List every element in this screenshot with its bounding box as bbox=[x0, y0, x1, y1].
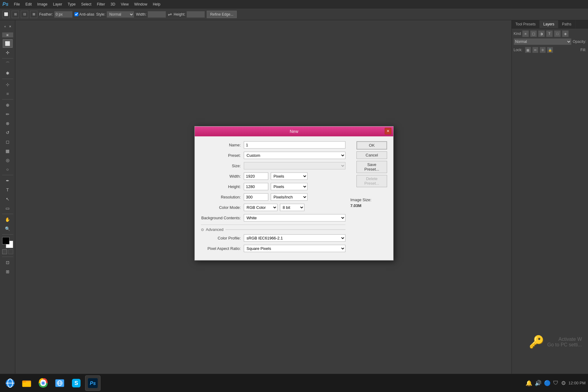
color-mode-select[interactable]: RGB Color CMYK Color Grayscale bbox=[244, 204, 277, 211]
width-unit-select[interactable]: Pixels Inches Centimeters bbox=[271, 172, 307, 180]
height-input[interactable] bbox=[187, 11, 205, 18]
width-value-input[interactable] bbox=[244, 172, 268, 180]
lock-all-icon[interactable]: 🔒 bbox=[547, 47, 553, 53]
hand-tool-button[interactable]: ✋ bbox=[3, 215, 13, 224]
tab-paths[interactable]: Paths bbox=[558, 20, 575, 28]
bg-contents-select[interactable]: White Background Color Transparent bbox=[244, 214, 345, 221]
menu-3d[interactable]: 3D bbox=[108, 2, 118, 7]
color-swatches[interactable] bbox=[2, 237, 13, 248]
lock-transparent-icon[interactable]: ▦ bbox=[525, 47, 531, 53]
save-preset-button[interactable]: Save Preset... bbox=[356, 161, 387, 173]
path-select-button[interactable]: ↖ bbox=[3, 195, 13, 203]
clone-stamp-button[interactable]: ⊗ bbox=[3, 119, 13, 128]
menu-type[interactable]: Type bbox=[65, 2, 78, 7]
panel-collapse-icon[interactable]: « bbox=[3, 22, 7, 31]
height-unit-select[interactable]: Pixels Inches Centimeters bbox=[271, 183, 307, 190]
taskbar-ie[interactable] bbox=[2, 375, 18, 391]
standard-mode-icon[interactable] bbox=[2, 249, 7, 254]
gradient-button[interactable]: ▦ bbox=[3, 147, 13, 155]
swap-icon[interactable]: ⇌ bbox=[168, 11, 172, 17]
resolution-input[interactable] bbox=[244, 193, 268, 201]
brush-tool-button[interactable]: ✏ bbox=[3, 110, 13, 119]
marquee-tool-button[interactable]: ⬜ bbox=[3, 39, 13, 48]
bit-depth-select[interactable]: 8 bit 16 bit 32 bit bbox=[280, 204, 304, 211]
color-profile-select[interactable]: sRGB IEC61966-2.1 Adobe RGB (1998) ProPh… bbox=[244, 234, 345, 242]
zoom-tool-button[interactable]: 🔍 bbox=[3, 224, 13, 233]
history-brush-button[interactable]: ↺ bbox=[3, 128, 13, 137]
shape-tool-button[interactable]: ▭ bbox=[3, 204, 13, 213]
heal-brush-button[interactable]: ⊕ bbox=[3, 101, 13, 109]
pen-tool-button[interactable]: ✒ bbox=[3, 176, 13, 185]
foreground-color-swatch[interactable] bbox=[2, 237, 9, 244]
kind-pixel-icon[interactable]: ▢ bbox=[530, 30, 537, 37]
lock-paint-icon[interactable]: ✏ bbox=[532, 47, 538, 53]
pixel-ratio-select[interactable]: Square Pixels D1/DV NTSC (0.91) D1/DV PA… bbox=[244, 245, 345, 252]
dialog-close-button[interactable]: ✕ bbox=[385, 128, 391, 134]
resolution-unit-select[interactable]: Pixels/Inch Pixels/Centimeter bbox=[271, 193, 307, 201]
blend-mode-select[interactable]: Normal Dissolve Multiply Screen bbox=[514, 38, 571, 45]
text-tool-button[interactable]: T bbox=[3, 186, 13, 194]
menu-select[interactable]: Select bbox=[79, 2, 94, 7]
speaker-icon[interactable]: 🔊 bbox=[535, 380, 541, 386]
taskbar-photoshop[interactable]: Ps bbox=[85, 375, 100, 391]
notification-icon[interactable]: 🔔 bbox=[526, 380, 532, 386]
magic-wand-button[interactable]: ✱ bbox=[3, 69, 13, 77]
menu-filter[interactable]: Filter bbox=[94, 2, 107, 7]
height-value-input[interactable] bbox=[244, 183, 268, 190]
app-logo: Ps bbox=[2, 2, 9, 7]
kind-shape-icon[interactable]: □ bbox=[554, 30, 561, 37]
menu-image[interactable]: Image bbox=[35, 2, 50, 7]
kind-adjust-icon[interactable]: ◑ bbox=[538, 30, 545, 37]
refine-edge-button[interactable]: Refine Edge... bbox=[207, 11, 237, 18]
eyedropper-button[interactable]: ⌗ bbox=[3, 89, 13, 98]
screen-mode-button[interactable]: ⊡ bbox=[3, 258, 13, 267]
system-icon[interactable]: ⚙ bbox=[561, 380, 566, 386]
kind-type-icon[interactable]: T bbox=[546, 30, 553, 37]
lasso-tool-button[interactable]: ⌒ bbox=[3, 60, 13, 68]
kind-smart-icon[interactable]: ◈ bbox=[562, 30, 569, 37]
ok-button[interactable]: OK bbox=[356, 141, 387, 149]
feather-input[interactable] bbox=[54, 11, 73, 18]
preset-select[interactable]: Custom Default Photoshop Size US Paper I… bbox=[244, 152, 345, 159]
size-select[interactable] bbox=[244, 162, 345, 169]
name-input[interactable] bbox=[244, 141, 345, 149]
antialias-checkbox[interactable] bbox=[74, 12, 78, 16]
marquee-tool-icon[interactable]: ⬜ bbox=[2, 11, 10, 18]
lock-move-icon[interactable]: ✢ bbox=[540, 47, 546, 53]
cancel-button[interactable]: Cancel bbox=[356, 151, 387, 159]
taskbar-skype[interactable]: S bbox=[69, 375, 84, 391]
menu-window[interactable]: Window bbox=[132, 2, 150, 7]
taskbar-globe[interactable] bbox=[52, 375, 67, 391]
menu-view[interactable]: View bbox=[118, 2, 131, 7]
advanced-toggle-header[interactable]: ⊙ Advanced bbox=[201, 227, 345, 232]
lock-label: Lock: bbox=[514, 48, 522, 52]
menu-edit[interactable]: Edit bbox=[23, 2, 34, 7]
crop-tool-button[interactable]: ⊹ bbox=[3, 80, 13, 89]
tab-layers[interactable]: Layers bbox=[540, 20, 558, 28]
kind-filter-icon[interactable]: ≡ bbox=[522, 30, 529, 37]
dodge-button[interactable]: ○ bbox=[3, 165, 13, 174]
style-select[interactable]: Normal Fixed Ratio Fixed Size bbox=[107, 11, 134, 18]
width-input[interactable] bbox=[148, 11, 166, 18]
intersect-selection-icon[interactable]: ⊠ bbox=[30, 11, 37, 18]
menu-layer[interactable]: Layer bbox=[51, 2, 65, 7]
add-to-selection-icon[interactable]: ⊞ bbox=[12, 11, 19, 18]
subtract-selection-icon[interactable]: ⊟ bbox=[21, 11, 28, 18]
move-tool-button[interactable]: ✢ bbox=[3, 48, 13, 57]
color-profile-row: Color Profile: sRGB IEC61966-2.1 Adobe R… bbox=[201, 234, 345, 242]
quick-mask-icon[interactable] bbox=[8, 249, 13, 254]
tab-tool-presets[interactable]: Tool Presets bbox=[512, 20, 540, 28]
taskbar-chrome[interactable] bbox=[36, 375, 51, 391]
taskbar-file-explorer[interactable] bbox=[19, 375, 34, 391]
change-screen-button[interactable]: ⊞ bbox=[3, 267, 13, 276]
color-mode-inputs: RGB Color CMYK Color Grayscale 8 bit 16 … bbox=[244, 204, 345, 211]
bluetooth-icon[interactable]: 🔵 bbox=[544, 380, 551, 386]
blur-button[interactable]: ◎ bbox=[3, 156, 13, 164]
delete-preset-button[interactable]: Delete Preset... bbox=[356, 175, 387, 187]
menu-help[interactable]: Help bbox=[150, 2, 163, 7]
eraser-button[interactable]: ◻ bbox=[3, 138, 13, 146]
clock: 12:00 PM bbox=[568, 381, 586, 385]
menu-file[interactable]: File bbox=[12, 2, 22, 7]
panel-close-icon[interactable]: ✕ bbox=[8, 22, 12, 31]
antivirus-icon[interactable]: 🛡 bbox=[553, 380, 559, 386]
